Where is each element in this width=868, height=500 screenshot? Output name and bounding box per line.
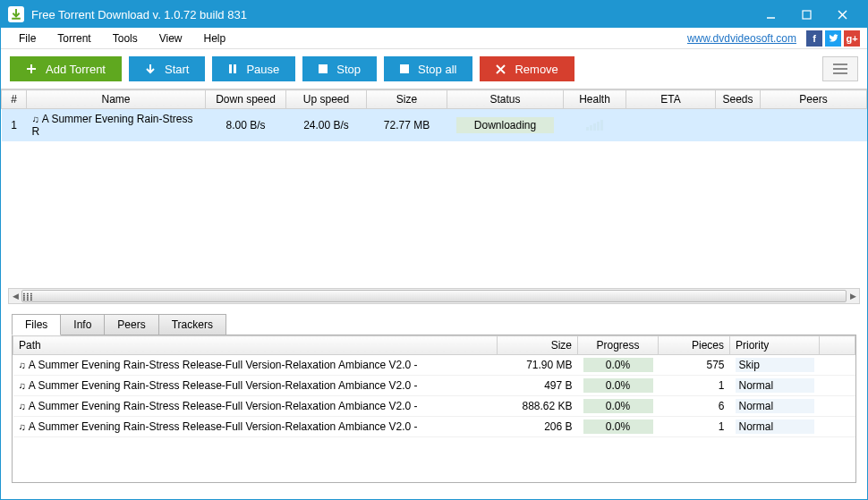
maximize-button[interactable] [788,1,824,28]
fcol-progress[interactable]: Progress [578,336,659,355]
tab-files[interactable]: Files [12,314,61,335]
plus-icon [26,64,37,74]
col-up[interactable]: Up speed [286,90,367,109]
tab-trackers[interactable]: Trackers [159,314,226,335]
file-pieces: 575 [659,355,730,376]
add-torrent-button[interactable]: Add Torrent [10,56,122,81]
col-eta[interactable]: ETA [626,90,716,109]
file-row[interactable]: ♫A Summer Evening Rain-Stress Release-Fu… [13,396,855,417]
file-pieces: 1 [659,376,730,396]
start-label: Start [165,63,189,76]
col-down[interactable]: Down speed [206,90,286,109]
cell-down: 8.00 B/s [206,109,286,142]
music-icon: ♫ [32,114,39,124]
file-priority[interactable]: Normal [730,417,820,437]
details-panel: Files Info Peers Trackers Path Size Prog… [1,306,867,487]
remove-button[interactable]: Remove [480,56,574,81]
torrent-row[interactable]: 1 ♫A Summer Evening Rain-Stress R 8.00 B… [2,109,867,142]
horizontal-scrollbar[interactable]: ◀ ⁞⁞⁞ ▶ [8,288,860,304]
menu-tools[interactable]: Tools [102,30,149,47]
minimize-button[interactable] [753,1,788,28]
menu-file[interactable]: File [8,30,47,47]
file-progress: 0.0% [578,376,659,396]
menu-view[interactable]: View [149,30,193,47]
menu-help[interactable]: Help [193,30,237,47]
fcol-size[interactable]: Size [498,336,578,355]
fcol-priority[interactable]: Priority [730,336,820,355]
file-priority[interactable]: Skip [730,355,820,376]
cell-status: Downloading [447,109,564,142]
stop-label: Stop [336,63,361,76]
pause-icon [228,64,237,74]
cell-size: 72.77 MB [367,109,447,142]
file-row[interactable]: ♫A Summer Evening Rain-Stress Release-Fu… [13,355,855,376]
col-peers[interactable]: Peers [761,90,867,109]
start-button[interactable]: Start [129,56,205,81]
file-progress: 0.0% [578,417,659,437]
stop-all-button[interactable]: Stop all [384,56,472,81]
tab-info[interactable]: Info [61,314,105,335]
svg-rect-7 [229,64,232,73]
app-icon [8,6,24,22]
col-status[interactable]: Status [447,90,564,109]
menubar: File Torrent Tools View Help www.dvdvide… [1,28,867,49]
hamburger-icon [833,64,847,74]
stop-button[interactable]: Stop [302,56,377,81]
fcol-blank [820,336,855,355]
col-size[interactable]: Size [367,90,447,109]
scroll-thumb[interactable]: ⁞⁞⁞ [21,290,847,302]
cell-up: 24.00 B/s [286,109,367,142]
website-link[interactable]: www.dvdvideosoft.com [687,32,796,45]
music-icon: ♫ [19,380,26,391]
file-size: 497 B [498,376,578,396]
file-path: ♫A Summer Evening Rain-Stress Release-Fu… [13,355,498,376]
toolbar: Add Torrent Start Pause Stop Stop all Re… [1,49,867,89]
file-path: ♫A Summer Evening Rain-Stress Release-Fu… [13,376,498,396]
cell-seeds [716,109,761,142]
remove-label: Remove [515,63,557,76]
file-row[interactable]: ♫A Summer Evening Rain-Stress Release-Fu… [13,376,855,396]
settings-button[interactable] [822,56,858,81]
col-health[interactable]: Health [564,90,626,109]
svg-rect-10 [400,64,409,73]
googleplus-icon[interactable]: g+ [844,30,860,47]
col-seeds[interactable]: Seeds [716,90,761,109]
scroll-left-icon[interactable]: ◀ [9,289,21,303]
file-path: ♫A Summer Evening Rain-Stress Release-Fu… [13,396,498,417]
cell-num: 1 [2,109,27,142]
file-progress: 0.0% [578,396,659,417]
file-size: 71.90 MB [498,355,578,376]
file-priority[interactable]: Normal [730,376,820,396]
titlebar: Free Torrent Download v. 1.0.72 build 83… [1,1,867,28]
facebook-icon[interactable]: f [806,30,822,47]
cell-eta [626,109,716,142]
tab-peers[interactable]: Peers [105,314,158,335]
health-bars-icon [586,118,603,131]
pause-button[interactable]: Pause [212,56,295,81]
file-pieces: 1 [659,417,730,437]
scroll-right-icon[interactable]: ▶ [847,289,859,303]
music-icon: ♫ [19,360,26,370]
pause-label: Pause [246,63,279,76]
torrent-list: # Name Down speed Up speed Size Status H… [1,89,867,304]
twitter-icon[interactable] [825,30,841,47]
fcol-pieces[interactable]: Pieces [659,336,730,355]
close-button[interactable] [824,1,860,28]
stop-all-label: Stop all [418,63,456,76]
download-icon [145,64,156,74]
detail-tabs: Files Info Peers Trackers [12,313,856,335]
col-name[interactable]: Name [27,90,206,109]
file-row[interactable]: ♫A Summer Evening Rain-Stress Release-Fu… [13,417,855,437]
file-priority[interactable]: Normal [730,396,820,417]
fcol-path[interactable]: Path [13,336,498,355]
x-icon [496,64,506,74]
add-torrent-label: Add Torrent [46,63,106,76]
cell-name: ♫A Summer Evening Rain-Stress R [27,109,206,142]
window-title: Free Torrent Download v. 1.0.72 build 83… [31,8,753,21]
file-size: 888.62 KB [498,396,578,417]
music-icon: ♫ [19,421,26,432]
stop-icon [319,64,328,73]
file-progress: 0.0% [578,355,659,376]
col-num[interactable]: # [2,90,27,109]
menu-torrent[interactable]: Torrent [47,30,101,47]
